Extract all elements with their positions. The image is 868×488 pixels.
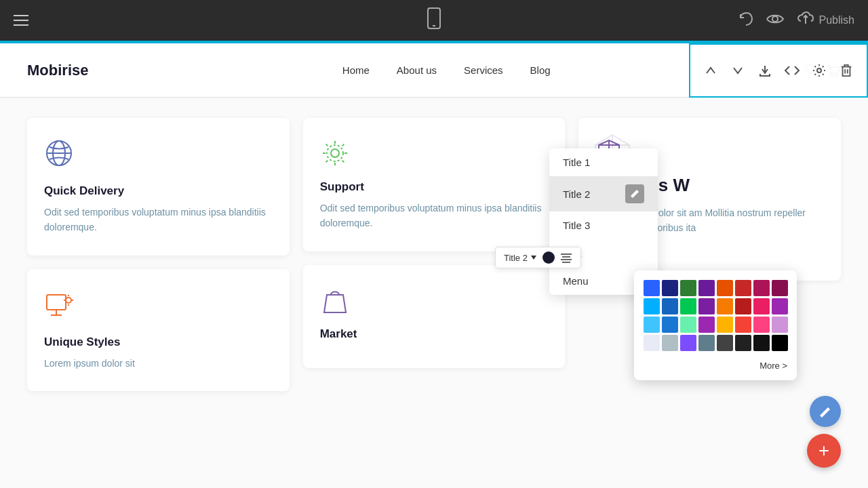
nav-blog[interactable]: Blog (530, 64, 551, 76)
color-swatch[interactable] (644, 317, 660, 333)
svg-rect-15 (47, 295, 66, 310)
color-swatch[interactable] (772, 298, 788, 314)
color-swatch[interactable] (772, 280, 788, 296)
color-swatch[interactable] (772, 317, 788, 333)
card-support: Support Odit sed temporibus voluptatum m… (303, 118, 566, 251)
nav-services[interactable]: Services (464, 64, 503, 76)
color-swatch[interactable] (735, 317, 751, 333)
screen-icon (44, 289, 273, 326)
color-grid (644, 280, 787, 351)
color-swatch[interactable] (662, 280, 678, 296)
delete-button[interactable] (834, 58, 859, 83)
card-support-text: Odit sed temporibus voluptatum minus ips… (320, 201, 549, 231)
color-swatch[interactable] (680, 280, 696, 296)
color-swatch[interactable] (717, 317, 733, 333)
top-bar: Publish (0, 0, 868, 41)
card-quick-delivery-text: Odit sed temporibus voluptatum minus ips… (44, 205, 273, 235)
color-swatch[interactable] (735, 280, 751, 296)
svg-point-2 (772, 16, 778, 22)
align-icon (560, 252, 572, 263)
svg-point-18 (66, 298, 71, 303)
color-swatch[interactable] (662, 317, 678, 333)
hamburger-menu[interactable] (14, 15, 28, 26)
color-swatch[interactable] (662, 298, 678, 314)
settings-button[interactable] (807, 58, 831, 83)
main-content: Quick Delivery Odit sed temporibus volup… (0, 98, 868, 488)
globe-icon (44, 138, 273, 175)
color-swatch[interactable] (753, 280, 770, 296)
code-button[interactable] (780, 58, 804, 83)
color-swatch[interactable] (698, 280, 715, 296)
column-1: Quick Delivery Odit sed temporibus volup… (27, 118, 290, 391)
color-swatch[interactable] (717, 335, 733, 351)
color-picker: More > (634, 270, 797, 380)
color-swatch[interactable] (644, 280, 660, 296)
card-quick-delivery-title: Quick Delivery (44, 184, 273, 198)
dropdown-item-title1[interactable]: Title 1 (549, 148, 658, 176)
publish-label: Publish (819, 14, 854, 26)
site-logo: Mobirise (27, 62, 88, 79)
align-center-button[interactable] (560, 252, 572, 263)
color-swatch[interactable] (753, 335, 770, 351)
nav-about[interactable]: About us (397, 64, 437, 76)
fab-add-button[interactable]: + (807, 434, 841, 468)
site-header: Mobirise Home About us Services Blog (0, 43, 868, 98)
format-toolbar: Title 2 (495, 247, 581, 268)
color-swatch[interactable] (644, 335, 660, 351)
format-title-selector[interactable]: Title 2 (504, 253, 537, 263)
color-swatch[interactable] (662, 335, 678, 351)
card-unique-styles-text: Lorem ipsum dolor sit (44, 356, 273, 371)
card-support-title: Support (320, 180, 549, 194)
site-nav: Home About us Services Blog (342, 64, 551, 76)
move-down-button[interactable] (726, 58, 750, 83)
dropdown-item-title2[interactable]: Title 2 (549, 176, 658, 211)
edit-pencil-icon (625, 184, 644, 203)
preview-eye-icon[interactable] (766, 12, 784, 30)
svg-point-9 (817, 68, 821, 73)
undo-icon[interactable] (738, 12, 753, 30)
dropdown-item-title3[interactable]: Title 3 (549, 211, 658, 239)
publish-button[interactable]: Publish (797, 12, 854, 30)
publish-upload-icon (797, 12, 814, 30)
color-swatch[interactable] (698, 298, 715, 314)
chevron-down-icon (530, 255, 537, 260)
color-swatch[interactable] (753, 298, 770, 314)
card-quick-delivery: Quick Delivery Odit sed temporibus volup… (27, 118, 290, 256)
card-unique-styles: Unique Styles Lorem ipsum dolor sit (27, 269, 290, 391)
top-bar-center (426, 7, 442, 33)
color-swatch[interactable] (735, 335, 751, 351)
color-swatch[interactable] (644, 298, 660, 314)
color-swatch[interactable] (680, 298, 696, 314)
top-bar-right: Publish (738, 12, 854, 30)
svg-point-23 (331, 149, 339, 157)
color-swatch[interactable] (753, 317, 770, 333)
download-button[interactable] (753, 58, 777, 83)
card-market: Market (303, 265, 566, 368)
gear-icon (320, 138, 549, 171)
top-bar-left (14, 15, 28, 26)
color-picker-more[interactable]: More > (644, 358, 787, 371)
bag-icon (320, 285, 549, 318)
site-header-toolbar (689, 43, 868, 98)
card-market-title: Market (320, 327, 549, 341)
color-swatch[interactable] (698, 335, 715, 351)
move-up-button[interactable] (698, 58, 723, 83)
color-swatch[interactable] (735, 298, 751, 314)
color-swatch[interactable] (680, 335, 696, 351)
fab-edit-button[interactable] (810, 396, 841, 427)
mobile-preview-icon[interactable] (426, 14, 442, 33)
color-swatch[interactable] (772, 335, 788, 351)
nav-home[interactable]: Home (342, 64, 370, 76)
color-swatch[interactable] (680, 317, 696, 333)
color-swatch[interactable] (717, 280, 733, 296)
svg-point-24 (327, 145, 343, 161)
card-unique-styles-title: Unique Styles (44, 336, 273, 349)
color-swatch[interactable] (717, 298, 733, 314)
color-swatch[interactable] (698, 317, 715, 333)
color-selector[interactable] (542, 251, 555, 264)
